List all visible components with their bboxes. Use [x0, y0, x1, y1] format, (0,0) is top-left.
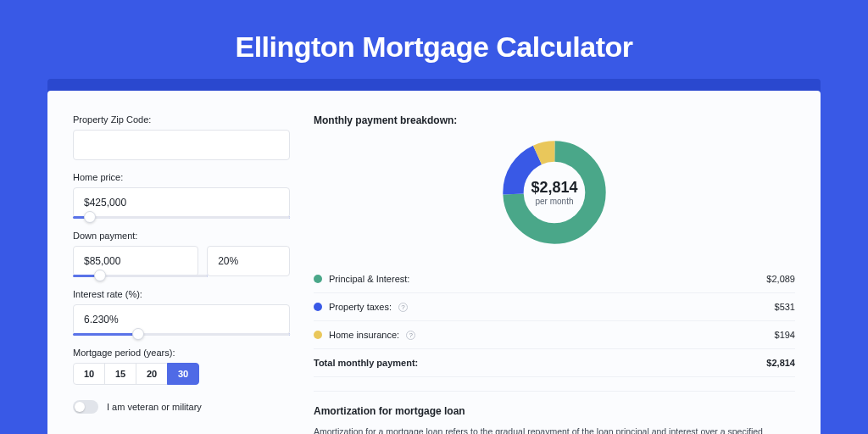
- zip-label: Property Zip Code:: [73, 114, 290, 125]
- legend-value: $531: [775, 302, 795, 312]
- down-payment-input[interactable]: [73, 246, 198, 276]
- interest-label: Interest rate (%):: [73, 289, 290, 299]
- period-segmented: 10152030: [73, 363, 290, 385]
- home-price-label: Home price:: [73, 172, 290, 182]
- home-price-input[interactable]: [73, 187, 290, 218]
- donut-chart: $2,814 per month: [314, 138, 795, 247]
- period-option-10[interactable]: 10: [73, 363, 105, 385]
- veteran-toggle-row: I am veteran or military: [73, 400, 290, 414]
- period-option-15[interactable]: 15: [104, 363, 136, 385]
- breakdown-title: Monthly payment breakdown:: [314, 114, 795, 126]
- down-payment-field-group: Down payment:: [73, 231, 290, 277]
- legend-total-row: Total monthly payment: $2,814: [314, 349, 795, 377]
- calculator-card: Property Zip Code: Home price: Down paym…: [47, 91, 821, 434]
- amortization-text: Amortization for a mortgage loan refers …: [314, 426, 795, 434]
- donut-sub: per month: [535, 197, 573, 206]
- period-label: Mortgage period (years):: [73, 348, 290, 358]
- legend-value: $2,089: [766, 274, 795, 284]
- legend-dot-icon: [314, 303, 322, 311]
- breakdown-panel: Monthly payment breakdown: $2,814 per mo…: [314, 114, 795, 434]
- period-option-30[interactable]: 30: [167, 363, 199, 385]
- amortization-section: Amortization for mortgage loan Amortizat…: [314, 391, 795, 434]
- veteran-toggle[interactable]: [73, 400, 98, 414]
- period-option-20[interactable]: 20: [136, 363, 168, 385]
- slider-thumb-icon[interactable]: [132, 328, 144, 340]
- down-payment-pct-input[interactable]: [207, 246, 290, 276]
- veteran-label: I am veteran or military: [107, 402, 202, 412]
- donut-amount: $2,814: [531, 179, 577, 197]
- legend-row: Property taxes:?$531: [314, 293, 795, 321]
- interest-input[interactable]: [73, 304, 290, 335]
- legend-label: Home insurance:: [329, 330, 399, 340]
- total-label: Total monthly payment:: [314, 358, 418, 368]
- legend-label: Principal & Interest:: [329, 274, 409, 284]
- legend-row: Home insurance:?$194: [314, 321, 795, 349]
- legend: Principal & Interest:$2,089Property taxe…: [314, 265, 795, 349]
- down-payment-label: Down payment:: [73, 231, 290, 241]
- interest-slider[interactable]: [73, 333, 290, 336]
- slider-thumb-icon[interactable]: [84, 211, 96, 223]
- period-field-group: Mortgage period (years): 10152030: [73, 348, 290, 385]
- amortization-title: Amortization for mortgage loan: [314, 405, 795, 417]
- legend-dot-icon: [314, 275, 322, 283]
- legend-dot-icon: [314, 331, 322, 339]
- legend-row: Principal & Interest:$2,089: [314, 265, 795, 293]
- legend-label: Property taxes:: [329, 302, 392, 312]
- zip-field-group: Property Zip Code:: [73, 114, 290, 160]
- legend-value: $194: [775, 330, 795, 340]
- info-icon[interactable]: ?: [406, 331, 415, 340]
- form-panel: Property Zip Code: Home price: Down paym…: [73, 114, 290, 434]
- donut-center: $2,814 per month: [500, 138, 609, 247]
- page-title: Ellington Mortgage Calculator: [0, 31, 868, 64]
- hero: Ellington Mortgage Calculator: [0, 0, 868, 79]
- zip-input[interactable]: [73, 130, 290, 160]
- home-price-slider[interactable]: [73, 216, 290, 219]
- down-payment-slider[interactable]: [73, 275, 208, 277]
- total-value: $2,814: [766, 358, 795, 368]
- slider-thumb-icon[interactable]: [94, 270, 106, 281]
- interest-field-group: Interest rate (%):: [73, 289, 290, 336]
- info-icon[interactable]: ?: [398, 303, 408, 312]
- home-price-field-group: Home price:: [73, 172, 290, 219]
